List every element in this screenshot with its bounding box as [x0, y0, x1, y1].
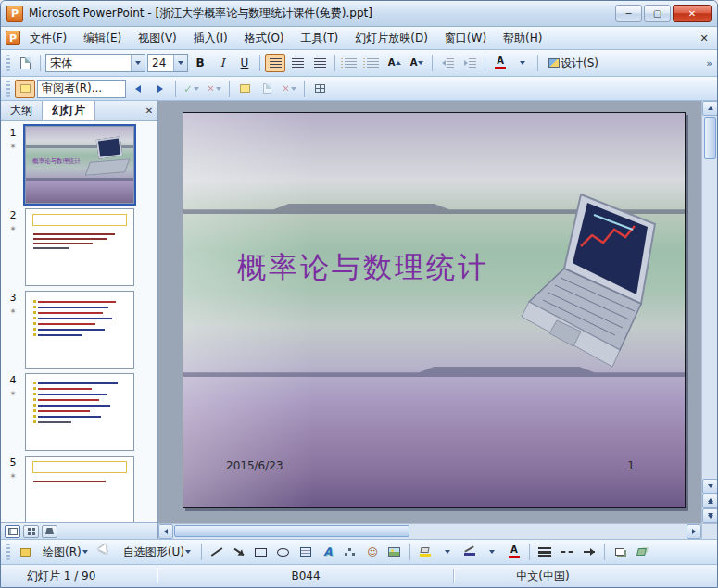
animation-star-icon[interactable]: ✶: [9, 389, 17, 398]
arrow-tool-button[interactable]: [229, 543, 249, 561]
font-name-dropdown-icon[interactable]: [131, 55, 145, 71]
previous-item-button[interactable]: [128, 80, 148, 98]
bold-button[interactable]: B: [190, 54, 210, 72]
slide-thumbnail-4[interactable]: [25, 373, 134, 451]
slide-1[interactable]: 概率论与数理统计 2015/6/23 1: [183, 112, 686, 508]
language-indicator[interactable]: 中文(中国): [455, 569, 631, 584]
minimize-button[interactable]: ─: [615, 5, 642, 22]
menu-format[interactable]: 格式(O): [237, 28, 292, 49]
diagram-button[interactable]: [340, 543, 360, 561]
underline-button[interactable]: U: [234, 54, 255, 72]
increase-font-size-button[interactable]: A: [384, 54, 405, 72]
close-document-icon[interactable]: ✕: [696, 32, 712, 44]
animation-star-icon[interactable]: ✶: [9, 142, 17, 151]
menu-tools[interactable]: 工具(T): [294, 28, 346, 49]
scroll-down-button[interactable]: [702, 479, 718, 494]
increase-indent-button[interactable]: [460, 54, 480, 72]
select-objects-button[interactable]: [95, 543, 116, 561]
previous-slide-button[interactable]: [702, 494, 718, 508]
font-size-dropdown-icon[interactable]: [173, 55, 187, 71]
slide-canvas[interactable]: 概率论与数理统计 2015/6/23 1: [158, 101, 701, 523]
font-color-dropdown[interactable]: [512, 54, 533, 72]
fill-color-button[interactable]: [415, 543, 435, 561]
align-center-button[interactable]: [287, 54, 308, 72]
next-item-button[interactable]: [150, 80, 170, 98]
scroll-up-button[interactable]: [702, 101, 718, 116]
insert-picture-button[interactable]: [384, 543, 405, 561]
edit-comment-button[interactable]: [257, 80, 277, 98]
shadow-style-button[interactable]: [610, 543, 630, 561]
reviewers-combo[interactable]: 审阅者(R)...: [37, 80, 126, 98]
menu-insert[interactable]: 插入(I): [186, 28, 235, 49]
new-slide-button[interactable]: [15, 54, 35, 72]
decrease-indent-button[interactable]: [437, 54, 458, 72]
slide-design-button[interactable]: 设计(S): [543, 54, 604, 72]
horizontal-scroll-thumb[interactable]: [174, 525, 409, 537]
revisions-pane-button[interactable]: [309, 80, 330, 98]
animation-star-icon[interactable]: ✶: [9, 471, 17, 481]
slide-number-text[interactable]: 1: [627, 459, 635, 472]
numbered-list-button[interactable]: [340, 54, 360, 72]
next-slide-button[interactable]: [702, 508, 718, 523]
close-button[interactable]: ✕: [673, 5, 712, 22]
drawing-handle-button[interactable]: [15, 543, 35, 561]
apply-change-button[interactable]: ✓: [181, 80, 202, 98]
autoshapes-menu-button[interactable]: 自选图形(U): [118, 543, 196, 561]
animation-star-icon[interactable]: ✶: [9, 224, 17, 233]
toolbar-grip[interactable]: [6, 81, 10, 97]
unapply-change-button[interactable]: ✕: [204, 80, 224, 98]
draw-font-color-button[interactable]: A: [504, 543, 524, 561]
toolbar-options-icon[interactable]: »: [706, 57, 712, 69]
line-color-button[interactable]: [460, 543, 480, 561]
italic-button[interactable]: I: [212, 54, 233, 72]
toolbar-grip[interactable]: [6, 55, 10, 71]
bullet-list-button[interactable]: [362, 54, 383, 72]
dash-style-button[interactable]: [557, 543, 577, 561]
scroll-left-button[interactable]: [158, 524, 173, 539]
slide-date-text[interactable]: 2015/6/23: [226, 459, 283, 472]
slide-thumbnail-5[interactable]: [25, 456, 134, 522]
wordart-button[interactable]: A: [318, 543, 338, 561]
horizontal-scroll-track[interactable]: [173, 524, 687, 539]
menu-slideshow[interactable]: 幻灯片放映(D): [347, 28, 435, 49]
font-color-button[interactable]: A: [490, 54, 510, 72]
line-color-dropdown[interactable]: [482, 543, 502, 561]
fill-color-dropdown[interactable]: [437, 543, 458, 561]
vertical-scrollbar[interactable]: [701, 101, 717, 523]
vertical-scroll-thumb[interactable]: [704, 117, 716, 159]
line-tool-button[interactable]: [207, 543, 227, 561]
line-style-button[interactable]: [535, 543, 555, 561]
draw-menu-button[interactable]: 绘图(R): [37, 543, 94, 561]
slide-title-text[interactable]: 概率论与数理统计: [237, 248, 489, 287]
3d-style-button[interactable]: [632, 543, 652, 561]
menu-view[interactable]: 视图(V): [131, 28, 184, 49]
scroll-right-button[interactable]: [687, 524, 701, 539]
slide-thumbnail-3[interactable]: [25, 291, 134, 369]
menu-file[interactable]: 文件(F): [22, 28, 74, 49]
slide-thumbnail-2[interactable]: [25, 208, 134, 286]
menu-edit[interactable]: 编辑(E): [76, 28, 129, 49]
clipart-button[interactable]: ☺: [362, 543, 383, 561]
decrease-font-size-button[interactable]: A: [407, 54, 427, 72]
tab-outline[interactable]: 大纲: [1, 101, 43, 120]
laptop-image[interactable]: [520, 191, 661, 383]
oval-tool-button[interactable]: [273, 543, 294, 561]
show-markup-button[interactable]: [15, 80, 35, 98]
tab-slides[interactable]: 幻灯片: [43, 101, 95, 120]
align-left-button[interactable]: [265, 54, 285, 72]
insert-comment-button[interactable]: [234, 80, 255, 98]
animation-star-icon[interactable]: ✶: [9, 307, 17, 316]
slide-thumbnail-1[interactable]: 概率论与数理统计: [25, 126, 134, 204]
textbox-tool-button[interactable]: [296, 543, 316, 561]
horizontal-scrollbar[interactable]: [158, 523, 701, 539]
font-size-combo[interactable]: 24: [147, 54, 188, 72]
normal-view-button[interactable]: [5, 525, 20, 538]
design-template-name[interactable]: B044: [158, 569, 453, 582]
menu-help[interactable]: 帮助(H): [496, 28, 549, 49]
maximize-button[interactable]: ▢: [644, 5, 671, 22]
rectangle-tool-button[interactable]: [251, 543, 271, 561]
slideshow-view-button[interactable]: [42, 525, 57, 538]
title-bar[interactable]: P Microsoft PowerPoint - [浙江大学概率论与数理统计课件…: [1, 1, 717, 27]
slide-sorter-view-button[interactable]: [23, 525, 39, 538]
panel-close-icon[interactable]: ✕: [141, 101, 157, 120]
